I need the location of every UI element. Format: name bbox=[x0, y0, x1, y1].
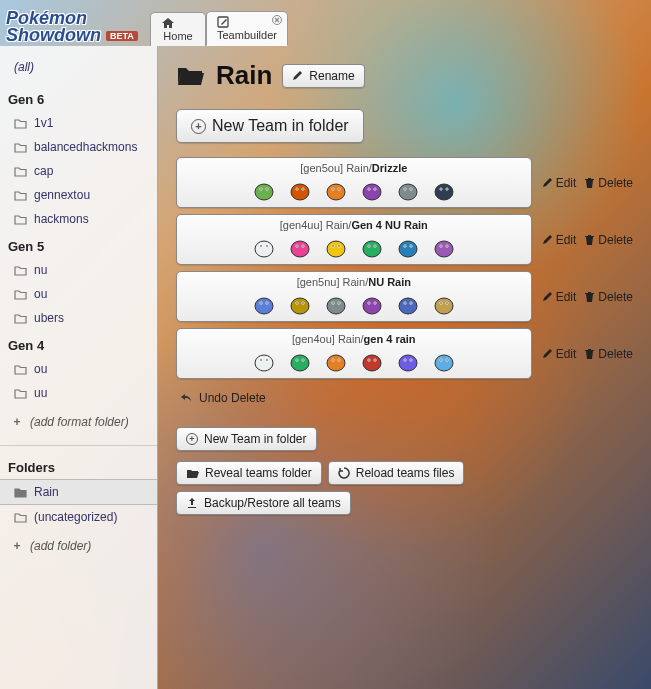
team-box[interactable]: [gen5nu] Rain/NU Rain bbox=[176, 271, 532, 322]
sidebar-format-item[interactable]: hackmons bbox=[0, 207, 157, 231]
team-row: [gen4uu] Rain/Gen 4 NU RainEditDelete bbox=[176, 214, 633, 265]
rename-button[interactable]: Rename bbox=[282, 64, 364, 88]
edit-team-button[interactable]: Edit bbox=[542, 290, 577, 304]
sidebar-format-item[interactable]: cap bbox=[0, 159, 157, 183]
svg-point-86 bbox=[410, 302, 411, 303]
svg-point-20 bbox=[368, 188, 369, 189]
edit-label: Edit bbox=[556, 176, 577, 190]
team-tag: [gen5nu] bbox=[297, 276, 340, 288]
reload-label: Reload teams files bbox=[356, 466, 455, 480]
tab-home[interactable]: Home bbox=[150, 12, 206, 46]
svg-point-66 bbox=[266, 302, 267, 303]
svg-point-45 bbox=[332, 245, 333, 246]
delete-team-button[interactable]: Delete bbox=[584, 347, 633, 361]
trash-icon bbox=[584, 177, 595, 189]
pokemon-icon bbox=[395, 235, 421, 259]
svg-point-55 bbox=[404, 245, 405, 246]
delete-label: Delete bbox=[598, 290, 633, 304]
new-team-button-big[interactable]: + New Team in folder bbox=[176, 109, 364, 143]
team-list: [gen5ou] Rain/DrizzleEditDelete[gen4uu] … bbox=[176, 157, 633, 379]
delete-team-button[interactable]: Delete bbox=[584, 233, 633, 247]
logo[interactable]: Pokémon Showdown BETA bbox=[0, 8, 150, 46]
pokemon-icon bbox=[395, 292, 421, 316]
tab-teambuilder[interactable]: Teambuilder bbox=[206, 11, 288, 46]
sidebar-folder-label: Rain bbox=[34, 485, 59, 499]
pokemon-icon bbox=[287, 349, 313, 373]
edit-label: Edit bbox=[556, 347, 577, 361]
svg-point-85 bbox=[404, 302, 405, 303]
folder-icon bbox=[14, 190, 28, 201]
sidebar-format-label: ubers bbox=[34, 311, 64, 325]
delete-label: Delete bbox=[598, 176, 633, 190]
svg-point-42 bbox=[327, 241, 345, 257]
team-box[interactable]: [gen5ou] Rain/Drizzle bbox=[176, 157, 532, 208]
pencil-icon bbox=[292, 70, 303, 81]
svg-point-16 bbox=[338, 188, 339, 189]
delete-team-button[interactable]: Delete bbox=[584, 290, 633, 304]
edit-team-button[interactable]: Edit bbox=[542, 233, 577, 247]
svg-point-46 bbox=[338, 245, 339, 246]
svg-point-5 bbox=[260, 188, 261, 189]
sidebar-format-label: balancedhackmons bbox=[34, 140, 137, 154]
pencil-icon bbox=[542, 291, 553, 302]
edit-team-button[interactable]: Edit bbox=[542, 176, 577, 190]
pokemon-icon bbox=[323, 292, 349, 316]
svg-point-10 bbox=[296, 188, 297, 189]
svg-point-70 bbox=[296, 302, 297, 303]
plus-icon: + bbox=[10, 415, 24, 429]
delete-team-button[interactable]: Delete bbox=[584, 176, 633, 190]
close-icon[interactable] bbox=[272, 15, 282, 25]
sidebar-add-folder[interactable]: + (add folder) bbox=[0, 529, 157, 563]
pokemon-icon bbox=[359, 235, 385, 259]
sidebar-format-item[interactable]: gennextou bbox=[0, 183, 157, 207]
sidebar-folder-label: (uncategorized) bbox=[34, 510, 117, 524]
sidebar-format-item[interactable]: nu bbox=[0, 258, 157, 282]
sidebar-format-item[interactable]: ou bbox=[0, 357, 157, 381]
sidebar-format-item[interactable]: 1v1 bbox=[0, 111, 157, 135]
sidebar-format-item[interactable]: uu bbox=[0, 381, 157, 405]
pokemon-icon bbox=[323, 349, 349, 373]
button-row-1: + New Team in folder bbox=[176, 427, 633, 451]
edit-team-button[interactable]: Edit bbox=[542, 347, 577, 361]
svg-point-60 bbox=[440, 245, 441, 246]
pencil-icon bbox=[542, 177, 553, 188]
svg-point-62 bbox=[255, 298, 273, 314]
trash-icon bbox=[584, 291, 595, 303]
pokemon-icon bbox=[251, 292, 277, 316]
pokemon-icon bbox=[287, 235, 313, 259]
sidebar-folder-item[interactable]: (uncategorized) bbox=[0, 505, 157, 529]
team-tag: [gen4uu] bbox=[280, 219, 323, 231]
team-name: gen 4 rain bbox=[364, 333, 416, 345]
reveal-folder-button[interactable]: Reveal teams folder bbox=[176, 461, 322, 485]
team-label: [gen5ou] Rain/Drizzle bbox=[185, 162, 523, 174]
sidebar-add-format[interactable]: + (add format folder) bbox=[0, 405, 157, 439]
sidebar-format-item[interactable]: ubers bbox=[0, 306, 157, 330]
team-box[interactable]: [gen4ou] Rain/gen 4 rain bbox=[176, 328, 532, 379]
svg-point-106 bbox=[338, 359, 339, 360]
pokemon-icon bbox=[431, 292, 457, 316]
sidebar-format-item[interactable]: balancedhackmons bbox=[0, 135, 157, 159]
team-label: [gen5nu] Rain/NU Rain bbox=[185, 276, 523, 288]
backup-button[interactable]: Backup/Restore all teams bbox=[176, 491, 351, 515]
tab-bar: Home Teambuilder bbox=[150, 0, 288, 46]
tab-teambuilder-label: Teambuilder bbox=[217, 29, 277, 41]
undo-delete[interactable]: Undo Delete bbox=[176, 385, 633, 411]
svg-point-111 bbox=[374, 359, 375, 360]
reload-button[interactable]: Reload teams files bbox=[328, 461, 465, 485]
folder-icon bbox=[14, 142, 28, 153]
svg-point-25 bbox=[404, 188, 405, 189]
trash-icon bbox=[584, 234, 595, 246]
svg-point-116 bbox=[410, 359, 411, 360]
team-label: [gen4ou] Rain/gen 4 rain bbox=[185, 333, 523, 345]
team-actions: EditDelete bbox=[532, 271, 633, 322]
sidebar-format-item[interactable]: ou bbox=[0, 282, 157, 306]
tab-home-label: Home bbox=[163, 30, 192, 42]
sidebar-folder-item[interactable]: Rain bbox=[0, 479, 157, 505]
sidebar-format-label: cap bbox=[34, 164, 53, 178]
new-team-button-small[interactable]: + New Team in folder bbox=[176, 427, 317, 451]
sidebar-all[interactable]: (all) bbox=[0, 54, 157, 84]
edit-label: Edit bbox=[556, 290, 577, 304]
team-box[interactable]: [gen4uu] Rain/Gen 4 NU Rain bbox=[176, 214, 532, 265]
svg-point-35 bbox=[260, 245, 261, 246]
sidebar-gens: Gen 61v1balancedhackmonscapgennextouhack… bbox=[0, 84, 157, 405]
